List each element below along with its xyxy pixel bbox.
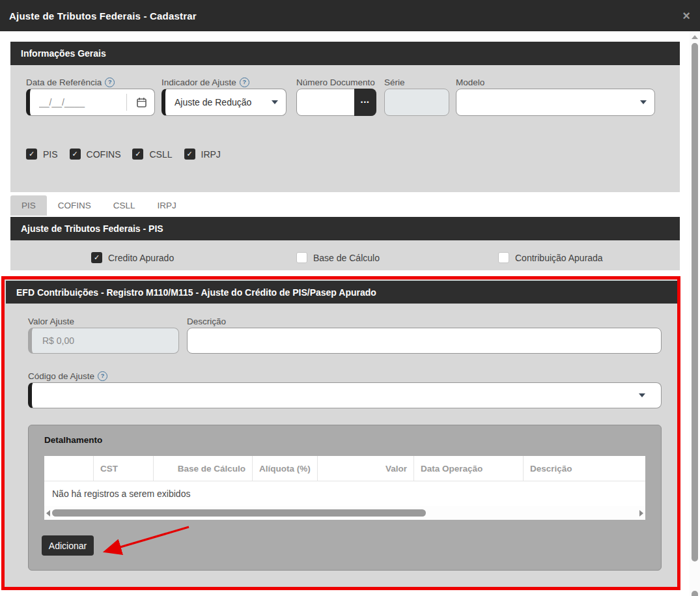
table-empty-message: Não há registros a serem exibidos (44, 481, 645, 506)
section-title: Informações Gerais (21, 48, 106, 59)
detalhamento-title: Detalhamento (44, 435, 102, 445)
checkbox-checked-icon[interactable] (132, 149, 143, 160)
valor-ajuste-label: Valor Ajuste (28, 317, 74, 326)
column-header-aliquota: Alíquota (%) (252, 456, 317, 481)
scroll-right-icon[interactable] (639, 510, 643, 517)
section-header-informacoes-gerais: Informações Gerais (10, 42, 680, 65)
checkbox-checked-icon[interactable] (184, 149, 195, 160)
section-header-efd: EFD Contribuições - Registro M110/M115 -… (6, 281, 677, 304)
checkbox-pis[interactable]: PIS (26, 149, 58, 160)
tax-checkbox-row: PIS COFINS CSLL IRPJ (26, 149, 221, 160)
checkbox-base-de-calculo[interactable]: Base de Cálculo (296, 252, 380, 263)
adicionar-button[interactable]: Adicionar (42, 535, 94, 556)
scroll-up-icon[interactable] (692, 35, 698, 39)
checkbox-checked-icon[interactable] (26, 149, 37, 160)
column-header-actions (44, 456, 93, 481)
serie-input (385, 97, 449, 107)
column-header-base-calculo: Base de Cálculo (153, 456, 252, 481)
checkbox-csll[interactable]: CSLL (132, 149, 172, 160)
codigo-ajuste-select[interactable] (28, 382, 662, 408)
column-header-valor: Valor (317, 456, 413, 481)
checkbox-checked-icon[interactable] (70, 149, 81, 160)
scroll-left-icon[interactable] (46, 510, 50, 517)
serie-field (384, 89, 449, 116)
help-icon[interactable]: ? (240, 78, 249, 87)
tab-csll[interactable]: CSLL (102, 195, 147, 216)
help-icon[interactable]: ? (105, 78, 115, 87)
table-header-row: CST Base de Cálculo Alíquota (%) Valor D… (44, 456, 645, 481)
vertical-scrollbar-thumb[interactable] (692, 43, 698, 561)
numero-documento-input[interactable] (297, 97, 356, 107)
tab-pis[interactable]: PIS (10, 195, 47, 216)
modal-ajuste-tributos: Ajuste de Tributos Federais - Cadastrar … (0, 0, 700, 596)
checkbox-checked-icon[interactable] (91, 252, 102, 263)
modelo-label: Modelo (456, 78, 484, 87)
codigo-ajuste-label: Código de Ajuste ? (28, 371, 107, 381)
checkbox-irpj[interactable]: IRPJ (184, 149, 221, 160)
column-header-descricao: Descrição (523, 456, 645, 481)
descricao-label: Descrição (187, 317, 226, 326)
scroll-down-icon[interactable] (692, 591, 698, 596)
modal-titlebar: Ajuste de Tributos Federais - Cadastrar (0, 0, 700, 31)
modal-title: Ajuste de Tributos Federais - Cadastrar (0, 10, 197, 21)
section-title: EFD Contribuições - Registro M110/M115 -… (16, 287, 376, 298)
section-header-pis: Ajuste de Tributos Federais - PIS (10, 217, 680, 240)
horizontal-scrollbar[interactable] (44, 506, 645, 520)
checkbox-cofins[interactable]: COFINS (70, 149, 121, 160)
data-referencia-field (26, 89, 155, 116)
column-header-cst: CST (93, 456, 153, 481)
chevron-down-icon (272, 100, 278, 104)
checkbox-unchecked-icon[interactable] (498, 252, 509, 263)
valor-ajuste-field (28, 328, 179, 354)
column-header-data-operacao: Data Operação (413, 456, 523, 481)
valor-ajuste-input (32, 335, 178, 346)
checkbox-unchecked-icon[interactable] (296, 252, 307, 263)
calendar-icon[interactable] (136, 97, 147, 110)
indicador-ajuste-value: Ajuste de Redução (175, 97, 251, 107)
close-icon[interactable]: × (679, 8, 694, 23)
help-icon[interactable]: ? (98, 371, 107, 381)
field-divider (126, 94, 127, 111)
horizontal-scrollbar-thumb[interactable] (52, 509, 426, 517)
checkbox-contribuicao-apurada[interactable]: Contribuição Apurada (498, 252, 603, 263)
indicador-ajuste-label: Indicador de Ajuste ? (161, 78, 249, 87)
numero-documento-label: Número Documento (296, 78, 375, 87)
numero-documento-field: ••• (296, 89, 376, 116)
detalhamento-table: CST Base de Cálculo Alíquota (%) Valor D… (44, 456, 645, 520)
indicador-ajuste-select[interactable]: Ajuste de Redução (161, 89, 287, 116)
tab-irpj[interactable]: IRPJ (147, 195, 188, 216)
serie-label: Série (384, 78, 405, 87)
chevron-down-icon (639, 393, 645, 397)
vertical-scrollbar[interactable] (690, 31, 700, 596)
chevron-down-icon (640, 100, 647, 104)
tab-cofins[interactable]: COFINS (47, 195, 102, 216)
section-title: Ajuste de Tributos Federais - PIS (21, 223, 163, 234)
data-referencia-label: Data de Referência ? (26, 78, 115, 87)
tax-tabs: PIS COFINS CSLL IRPJ (10, 195, 188, 216)
descricao-input[interactable] (188, 335, 661, 346)
checkbox-credito-apurado[interactable]: Credito Apurado (91, 252, 174, 263)
modelo-select[interactable] (456, 89, 655, 116)
ellipsis-button[interactable]: ••• (354, 89, 376, 116)
descricao-field (187, 328, 662, 354)
